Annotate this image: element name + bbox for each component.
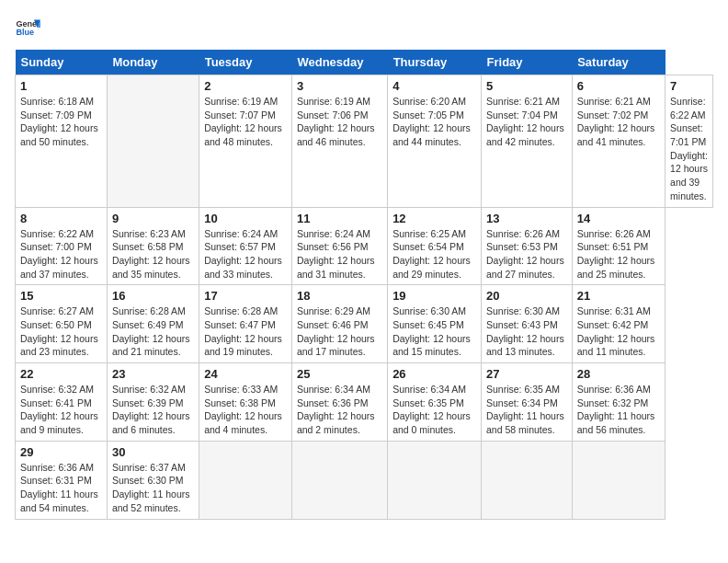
calendar-day-3: 3Sunrise: 6:19 AM Sunset: 7:06 PM Daylig… [291,75,387,208]
calendar-day-5: 5Sunrise: 6:21 AM Sunset: 7:04 PM Daylig… [482,75,573,208]
weekday-header-tuesday: Tuesday [199,50,292,75]
calendar-day-17: 17Sunrise: 6:28 AM Sunset: 6:47 PM Dayli… [199,285,292,363]
calendar-day-7: 7Sunrise: 6:22 AM Sunset: 7:01 PM Daylig… [665,75,713,208]
calendar-day-1: 1Sunrise: 6:18 AM Sunset: 7:09 PM Daylig… [16,75,108,208]
calendar-day-2: 2Sunrise: 6:19 AM Sunset: 7:07 PM Daylig… [199,75,292,208]
calendar-day-19: 19Sunrise: 6:30 AM Sunset: 6:45 PM Dayli… [388,285,482,363]
calendar-day-15: 15Sunrise: 6:27 AM Sunset: 6:50 PM Dayli… [16,285,108,363]
calendar-day-13: 13Sunrise: 6:26 AM Sunset: 6:53 PM Dayli… [482,207,573,285]
calendar-day-empty [107,75,199,208]
calendar-day-23: 23Sunrise: 6:32 AM Sunset: 6:39 PM Dayli… [107,363,199,442]
logo: General Blue [15,15,40,40]
calendar-header: SundayMondayTuesdayWednesdayThursdayFrid… [16,50,713,75]
calendar-week-4: 22Sunrise: 6:32 AM Sunset: 6:41 PM Dayli… [16,363,713,442]
calendar-day-27: 27Sunrise: 6:35 AM Sunset: 6:34 PM Dayli… [482,363,573,442]
calendar-day-22: 22Sunrise: 6:32 AM Sunset: 6:41 PM Dayli… [16,363,108,442]
calendar-week-3: 15Sunrise: 6:27 AM Sunset: 6:50 PM Dayli… [16,285,713,363]
calendar-day-28: 28Sunrise: 6:36 AM Sunset: 6:32 PM Dayli… [572,363,665,442]
calendar-day-empty [482,441,573,519]
calendar-body: 1Sunrise: 6:18 AM Sunset: 7:09 PM Daylig… [16,75,713,520]
calendar-day-4: 4Sunrise: 6:20 AM Sunset: 7:05 PM Daylig… [388,75,482,208]
calendar-day-8: 8Sunrise: 6:22 AM Sunset: 7:00 PM Daylig… [16,207,108,285]
svg-text:Blue: Blue [16,28,34,37]
calendar-day-14: 14Sunrise: 6:26 AM Sunset: 6:51 PM Dayli… [572,207,665,285]
weekday-header-sunday: Sunday [16,50,108,75]
calendar-day-21: 21Sunrise: 6:31 AM Sunset: 6:42 PM Dayli… [572,285,665,363]
calendar-day-empty [388,441,482,519]
calendar-day-25: 25Sunrise: 6:34 AM Sunset: 6:36 PM Dayli… [291,363,387,442]
calendar-day-9: 9Sunrise: 6:23 AM Sunset: 6:58 PM Daylig… [107,207,199,285]
calendar-day-24: 24Sunrise: 6:33 AM Sunset: 6:38 PM Dayli… [199,363,292,442]
calendar-week-5: 29Sunrise: 6:36 AM Sunset: 6:31 PM Dayli… [16,441,713,519]
calendar-table: SundayMondayTuesdayWednesdayThursdayFrid… [15,50,713,520]
calendar-week-1: 1Sunrise: 6:18 AM Sunset: 7:09 PM Daylig… [16,75,713,208]
general-blue-logo-icon: General Blue [15,15,40,40]
calendar-day-12: 12Sunrise: 6:25 AM Sunset: 6:54 PM Dayli… [388,207,482,285]
calendar-day-empty [291,441,387,519]
calendar-day-11: 11Sunrise: 6:24 AM Sunset: 6:56 PM Dayli… [291,207,387,285]
calendar-week-2: 8Sunrise: 6:22 AM Sunset: 7:00 PM Daylig… [16,207,713,285]
calendar-day-18: 18Sunrise: 6:29 AM Sunset: 6:46 PM Dayli… [291,285,387,363]
weekday-header-friday: Friday [482,50,573,75]
weekday-header-saturday: Saturday [572,50,665,75]
calendar-day-26: 26Sunrise: 6:34 AM Sunset: 6:35 PM Dayli… [388,363,482,442]
weekday-header-wednesday: Wednesday [291,50,387,75]
calendar-day-empty [572,441,665,519]
calendar-day-6: 6Sunrise: 6:21 AM Sunset: 7:02 PM Daylig… [572,75,665,208]
calendar-day-30: 30Sunrise: 6:37 AM Sunset: 6:30 PM Dayli… [107,441,199,519]
calendar-day-10: 10Sunrise: 6:24 AM Sunset: 6:57 PM Dayli… [199,207,292,285]
calendar-day-16: 16Sunrise: 6:28 AM Sunset: 6:49 PM Dayli… [107,285,199,363]
calendar-day-20: 20Sunrise: 6:30 AM Sunset: 6:43 PM Dayli… [482,285,573,363]
weekday-header-row: SundayMondayTuesdayWednesdayThursdayFrid… [16,50,713,75]
weekday-header-thursday: Thursday [388,50,482,75]
calendar-day-29: 29Sunrise: 6:36 AM Sunset: 6:31 PM Dayli… [16,441,108,519]
header: General Blue [15,15,713,40]
calendar-day-empty [199,441,292,519]
weekday-header-monday: Monday [107,50,199,75]
